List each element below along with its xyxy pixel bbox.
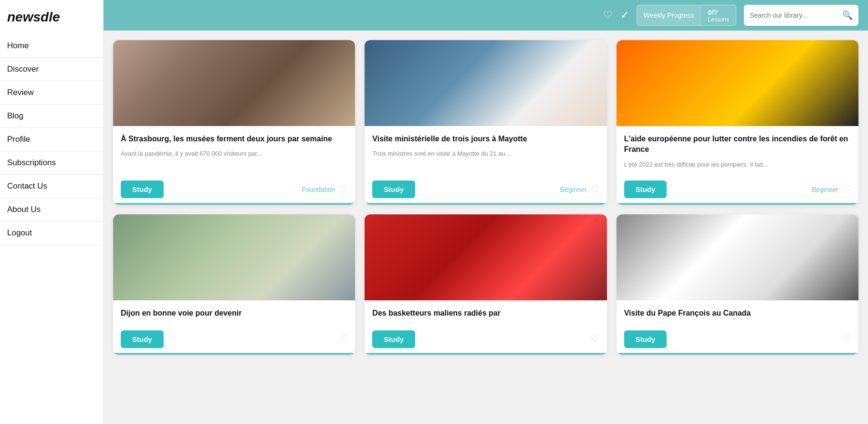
card-excerpt: L'été 2022 est très difficile pour les p…: [624, 160, 851, 170]
card-title: Des basketteurs maliens radiés par: [372, 308, 599, 318]
card-body: Visite ministérielle de trois jours à Ma…: [365, 126, 607, 175]
study-button[interactable]: Study: [624, 180, 667, 198]
sidebar-item-discover[interactable]: Discover: [0, 58, 103, 81]
article-card: À Strasbourg, les musées ferment deux jo…: [113, 40, 355, 205]
card-footer: Study ♡: [617, 325, 858, 355]
card-excerpt: Trois ministres sont en visite à Mayotte…: [372, 149, 599, 159]
sidebar-item-profile[interactable]: Profile: [0, 128, 103, 151]
favorites-icon[interactable]: ♡: [603, 9, 613, 21]
study-button[interactable]: Study: [121, 180, 164, 198]
card-image: [617, 214, 858, 300]
card-title: Visite ministérielle de trois jours à Ma…: [372, 134, 599, 144]
favorite-icon[interactable]: ♡: [339, 333, 347, 345]
weekly-progress-widget: Weekly Progress 0/7 Lessons: [637, 5, 736, 26]
sidebar-item-about[interactable]: About Us: [0, 198, 103, 222]
search-box[interactable]: 🔍: [744, 5, 858, 26]
weekly-progress-label: Weekly Progress: [637, 5, 701, 25]
sidebar-item-logout[interactable]: Logout: [0, 222, 103, 245]
favorite-icon[interactable]: ♡: [842, 333, 851, 345]
sidebar-item-subscriptions[interactable]: Subscriptions: [0, 151, 103, 175]
level-label: Beginner: [812, 186, 838, 193]
article-card: Des basketteurs maliens radiés par Study…: [365, 214, 607, 354]
card-footer: Study Foundation ♡: [113, 175, 355, 205]
logo[interactable]: newsdle: [0, 5, 103, 34]
card-title: Dijon en bonne voie pour devenir: [121, 308, 347, 318]
article-card: Dijon en bonne voie pour devenir Study ♡: [113, 214, 355, 354]
card-footer: Study ♡: [365, 325, 607, 355]
study-button[interactable]: Study: [372, 180, 415, 198]
check-circle-icon[interactable]: ✓: [620, 9, 629, 21]
card-excerpt: Avant la pandémie, il y avait 670 000 vi…: [121, 149, 347, 159]
sidebar-item-home[interactable]: Home: [0, 34, 103, 58]
sidebar-item-contact[interactable]: Contact Us: [0, 175, 103, 198]
cards-grid: À Strasbourg, les musées ferment deux jo…: [113, 31, 858, 355]
study-button[interactable]: Study: [372, 330, 415, 348]
favorite-icon[interactable]: ♡: [339, 184, 347, 195]
card-body: Dijon en bonne voie pour devenir: [113, 300, 355, 324]
header: ♡ ✓ Weekly Progress 0/7 Lessons 🔍: [104, 0, 868, 31]
card-body: Des basketteurs maliens radiés par: [365, 300, 607, 324]
card-title: L'aide européenne pour lutter contre les…: [624, 134, 851, 155]
card-body: À Strasbourg, les musées ferment deux jo…: [113, 126, 355, 175]
card-title: Visite du Pape François au Canada: [624, 308, 851, 318]
content-area: À Strasbourg, les musées ferment deux jo…: [104, 31, 868, 424]
favorite-icon[interactable]: ♡: [591, 333, 599, 345]
sidebar: newsdle Home Discover Review Blog Profil…: [0, 0, 104, 424]
article-card: Visite ministérielle de trois jours à Ma…: [365, 40, 607, 205]
card-image: [113, 40, 355, 126]
main-area: ♡ ✓ Weekly Progress 0/7 Lessons 🔍: [104, 0, 868, 424]
level-label: Foundation: [302, 186, 335, 193]
card-footer: Study Beginner ♡: [365, 175, 607, 205]
search-input[interactable]: [750, 11, 838, 19]
favorite-icon[interactable]: ♡: [842, 184, 851, 195]
card-body: Visite du Pape François au Canada: [617, 300, 858, 324]
study-button[interactable]: Study: [624, 330, 667, 348]
sidebar-item-review[interactable]: Review: [0, 81, 103, 105]
card-image: [617, 40, 858, 126]
search-button[interactable]: 🔍: [842, 10, 853, 21]
card-body: L'aide européenne pour lutter contre les…: [617, 126, 858, 175]
card-title: À Strasbourg, les musées ferment deux jo…: [121, 134, 347, 144]
study-button[interactable]: Study: [121, 330, 164, 348]
level-label: Beginner: [560, 186, 587, 193]
favorite-icon[interactable]: ♡: [591, 184, 599, 195]
card-image: [365, 214, 607, 300]
card-footer: Study ♡: [113, 325, 355, 355]
article-card: L'aide européenne pour lutter contre les…: [617, 40, 858, 205]
card-image: [113, 214, 355, 300]
card-image: [365, 40, 607, 126]
weekly-progress-count: 0/7 Lessons: [701, 5, 736, 25]
card-footer: Study Beginner ♡: [617, 175, 858, 205]
sidebar-item-blog[interactable]: Blog: [0, 105, 103, 128]
article-card: Visite du Pape François au Canada Study …: [617, 214, 858, 354]
